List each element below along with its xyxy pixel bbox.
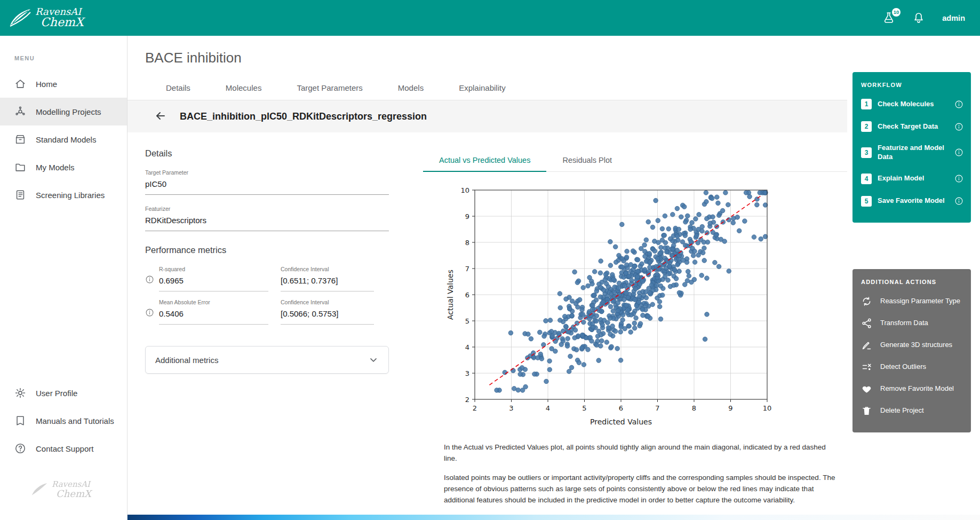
bell-icon bbox=[912, 11, 925, 24]
metric-ci-cell: Confidence Interval [0.6511; 0.7376] bbox=[281, 266, 374, 291]
plot-note-2: Isolated points may be outliers or impor… bbox=[444, 472, 839, 506]
sidebar-item-label: Standard Models bbox=[36, 135, 96, 144]
step-label: Featurize and Model Data bbox=[878, 144, 949, 162]
workflow-title: WORKFLOW bbox=[861, 82, 963, 88]
outliers-icon bbox=[861, 361, 872, 373]
svg-text:10: 10 bbox=[763, 404, 772, 412]
tab-details[interactable]: Details bbox=[166, 83, 190, 92]
info-icon[interactable] bbox=[954, 122, 963, 131]
plot-note-1: In the Actual vs Predicted Values plot, … bbox=[444, 442, 839, 464]
action-remove-favorite-model[interactable]: Remove Favorite Model bbox=[861, 383, 963, 395]
user-menu[interactable]: admin bbox=[942, 14, 965, 22]
svg-text:5: 5 bbox=[582, 404, 586, 412]
svg-text:5: 5 bbox=[465, 317, 469, 325]
info-icon[interactable] bbox=[145, 308, 154, 317]
metric-value-cell: Mean Absolute Error 0.5406 bbox=[159, 299, 268, 325]
action-delete-project[interactable]: Delete Project bbox=[861, 405, 963, 416]
tab-residuals-plot[interactable]: Residuals Plot bbox=[546, 148, 628, 172]
action-label: Reassign Parameter Type bbox=[880, 297, 960, 306]
svg-text:6: 6 bbox=[465, 291, 469, 299]
svg-text:7: 7 bbox=[655, 404, 659, 412]
tab-actual-vs-predicted[interactable]: Actual vs Predicted Values bbox=[423, 148, 546, 172]
ci-label: Confidence Interval bbox=[281, 266, 374, 272]
step-label: Check Target Data bbox=[878, 122, 949, 131]
tab-target-parameters[interactable]: Target Parameters bbox=[297, 83, 362, 92]
brand-text: RavensAI ChemX bbox=[52, 480, 91, 499]
details-heading: Details bbox=[145, 148, 389, 159]
plot-tabs: Actual vs Predicted Values Residuals Plo… bbox=[423, 148, 847, 172]
page-title: BACE inhibition bbox=[145, 50, 847, 66]
info-icon[interactable] bbox=[954, 100, 963, 109]
metric-ci-cell: Confidence Interval [0.5066; 0.5753] bbox=[281, 299, 374, 325]
sidebar-item-standard-models[interactable]: Standard Models bbox=[0, 125, 127, 153]
action-reassign-parameter-type[interactable]: Reassign Parameter Type bbox=[861, 296, 963, 307]
ci-value: [0.6511; 0.7376] bbox=[281, 272, 374, 285]
tab-models[interactable]: Models bbox=[398, 83, 424, 92]
actual-vs-predicted-scatter: 23456789102345678910Predicted ValuesActu… bbox=[444, 184, 785, 435]
tab-explainability[interactable]: Explainability bbox=[459, 83, 506, 92]
svg-text:2: 2 bbox=[465, 396, 469, 404]
info-icon[interactable] bbox=[954, 174, 963, 183]
back-button[interactable] bbox=[154, 109, 168, 123]
additional-metrics-label: Additional metrics bbox=[155, 356, 218, 365]
sidebar-item-user-profile[interactable]: User Profile bbox=[0, 379, 127, 407]
svg-text:4: 4 bbox=[546, 404, 550, 412]
notifications-button[interactable] bbox=[912, 11, 926, 25]
field-label: Featurizer bbox=[145, 206, 389, 212]
svg-text:2: 2 bbox=[473, 404, 477, 412]
workflow-step-explain-model[interactable]: 4 Explain Model bbox=[861, 174, 963, 184]
step-number: 4 bbox=[861, 174, 872, 184]
sidebar-item-home[interactable]: Home bbox=[0, 70, 127, 98]
step-number: 3 bbox=[861, 147, 872, 158]
workflow-panel: WORKFLOW 1 Check Molecules 2 Check Targe… bbox=[852, 72, 971, 223]
experiments-button[interactable]: 10 bbox=[882, 11, 896, 25]
workflow-step-featurize-model[interactable]: 3 Featurize and Model Data bbox=[861, 144, 963, 162]
info-icon[interactable] bbox=[954, 148, 963, 157]
arrow-left-icon bbox=[154, 109, 167, 122]
screening-libraries-icon bbox=[14, 189, 26, 201]
info-icon[interactable] bbox=[145, 275, 154, 284]
sidebar-menu-label: MENU bbox=[14, 55, 127, 61]
sidebar-item-label: User Profile bbox=[36, 389, 77, 398]
svg-text:Actual Values: Actual Values bbox=[446, 270, 455, 320]
book-icon bbox=[14, 415, 26, 427]
sidebar-footer-logo: RavensAI ChemX bbox=[30, 480, 127, 499]
action-transform-data[interactable]: Transform Data bbox=[861, 318, 963, 329]
trash-icon bbox=[861, 405, 872, 416]
sidebar-item-contact-support[interactable]: Contact Support bbox=[0, 435, 127, 462]
sidebar-item-my-models[interactable]: My Models bbox=[0, 153, 127, 181]
workflow-step-save-favorite[interactable]: 5 Save Favorite Model bbox=[861, 196, 963, 207]
top-bar: RavensAI ChemX 10 admin bbox=[0, 0, 980, 36]
info-icon[interactable] bbox=[954, 196, 963, 206]
svg-text:Predicted Values: Predicted Values bbox=[590, 417, 652, 426]
action-generate-3d-structures[interactable]: Generate 3D structures bbox=[861, 340, 963, 351]
plot-panel: Actual vs Predicted Values Residuals Plo… bbox=[423, 148, 847, 514]
project-tabs: Details Molecules Target Parameters Mode… bbox=[128, 76, 847, 100]
project-name: BACE_inhibition_pIC50_RDKitDescriptors_r… bbox=[180, 111, 427, 122]
additional-metrics-expander[interactable]: Additional metrics bbox=[145, 346, 389, 374]
tab-molecules[interactable]: Molecules bbox=[226, 83, 262, 92]
sidebar-item-modelling-projects[interactable]: Modelling Projects bbox=[0, 98, 127, 125]
sidebar-item-label: Manuals and Tutorials bbox=[36, 416, 114, 426]
brand-logo[interactable]: RavensAI ChemX bbox=[9, 7, 84, 29]
notifications-badge: 10 bbox=[892, 8, 901, 17]
field-value: pIC50 bbox=[145, 176, 389, 195]
metric-label: Mean Absolute Error bbox=[159, 299, 268, 305]
sidebar-footer: User Profile Manuals and Tutorials Conta… bbox=[0, 379, 127, 462]
svg-text:9: 9 bbox=[465, 212, 469, 220]
action-detect-outliers[interactable]: Detect Outliers bbox=[861, 361, 963, 373]
heart-icon bbox=[861, 383, 872, 395]
sidebar-item-label: Home bbox=[36, 80, 57, 89]
sidebar-item-manuals[interactable]: Manuals and Tutorials bbox=[0, 407, 127, 435]
workflow-step-check-target-data[interactable]: 2 Check Target Data bbox=[861, 121, 963, 132]
field-value: RDKitDescriptors bbox=[145, 212, 389, 231]
action-label: Detect Outliers bbox=[880, 363, 926, 372]
ci-label: Confidence Interval bbox=[281, 299, 374, 305]
svg-text:4: 4 bbox=[465, 343, 469, 351]
sidebar-item-screening-libraries[interactable]: Screening Libraries bbox=[0, 181, 127, 209]
workflow-step-check-molecules[interactable]: 1 Check Molecules bbox=[861, 99, 963, 109]
action-label: Transform Data bbox=[880, 319, 928, 328]
step-number: 2 bbox=[861, 121, 872, 132]
scatter-chart: 23456789102345678910Predicted ValuesActu… bbox=[444, 184, 847, 437]
step-number: 5 bbox=[861, 196, 872, 207]
